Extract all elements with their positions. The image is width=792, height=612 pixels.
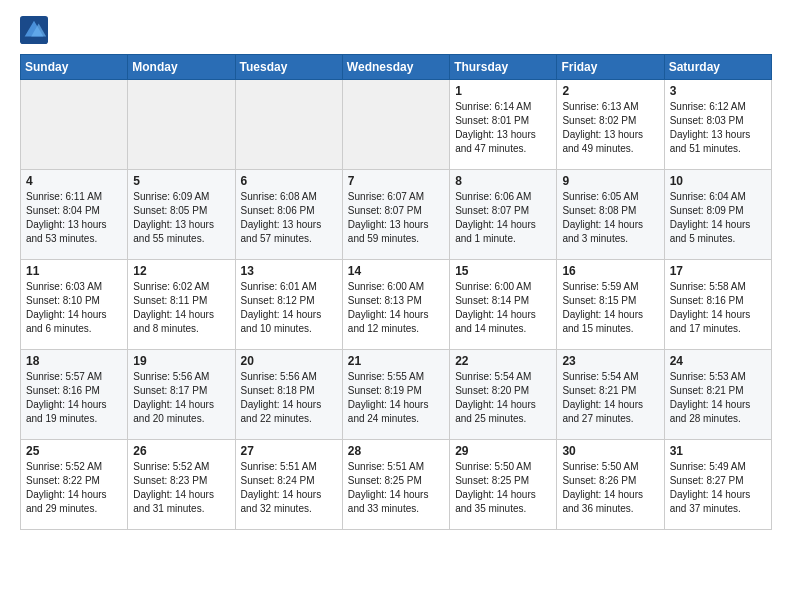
day-number: 25 [26,444,122,458]
calendar-cell: 17Sunrise: 5:58 AM Sunset: 8:16 PM Dayli… [664,260,771,350]
day-number: 16 [562,264,658,278]
day-info: Sunrise: 6:13 AM Sunset: 8:02 PM Dayligh… [562,100,658,156]
calendar-cell [342,80,449,170]
day-info: Sunrise: 6:03 AM Sunset: 8:10 PM Dayligh… [26,280,122,336]
calendar-cell: 21Sunrise: 5:55 AM Sunset: 8:19 PM Dayli… [342,350,449,440]
day-number: 11 [26,264,122,278]
calendar-cell: 9Sunrise: 6:05 AM Sunset: 8:08 PM Daylig… [557,170,664,260]
calendar-cell: 23Sunrise: 5:54 AM Sunset: 8:21 PM Dayli… [557,350,664,440]
day-number: 28 [348,444,444,458]
calendar-cell: 20Sunrise: 5:56 AM Sunset: 8:18 PM Dayli… [235,350,342,440]
calendar-cell: 13Sunrise: 6:01 AM Sunset: 8:12 PM Dayli… [235,260,342,350]
weekday-header-saturday: Saturday [664,55,771,80]
weekday-header-sunday: Sunday [21,55,128,80]
day-info: Sunrise: 5:56 AM Sunset: 8:18 PM Dayligh… [241,370,337,426]
calendar-cell: 5Sunrise: 6:09 AM Sunset: 8:05 PM Daylig… [128,170,235,260]
day-info: Sunrise: 5:50 AM Sunset: 8:25 PM Dayligh… [455,460,551,516]
day-info: Sunrise: 5:55 AM Sunset: 8:19 PM Dayligh… [348,370,444,426]
day-info: Sunrise: 6:01 AM Sunset: 8:12 PM Dayligh… [241,280,337,336]
day-number: 18 [26,354,122,368]
day-number: 19 [133,354,229,368]
logo-icon [20,16,48,44]
weekday-header-row: SundayMondayTuesdayWednesdayThursdayFrid… [21,55,772,80]
day-number: 29 [455,444,551,458]
day-info: Sunrise: 5:56 AM Sunset: 8:17 PM Dayligh… [133,370,229,426]
calendar-week-row: 25Sunrise: 5:52 AM Sunset: 8:22 PM Dayli… [21,440,772,530]
calendar-week-row: 4Sunrise: 6:11 AM Sunset: 8:04 PM Daylig… [21,170,772,260]
calendar-cell [21,80,128,170]
calendar-cell: 15Sunrise: 6:00 AM Sunset: 8:14 PM Dayli… [450,260,557,350]
calendar-cell: 12Sunrise: 6:02 AM Sunset: 8:11 PM Dayli… [128,260,235,350]
day-number: 2 [562,84,658,98]
day-info: Sunrise: 5:52 AM Sunset: 8:22 PM Dayligh… [26,460,122,516]
calendar-cell: 10Sunrise: 6:04 AM Sunset: 8:09 PM Dayli… [664,170,771,260]
calendar-week-row: 18Sunrise: 5:57 AM Sunset: 8:16 PM Dayli… [21,350,772,440]
day-info: Sunrise: 5:58 AM Sunset: 8:16 PM Dayligh… [670,280,766,336]
weekday-header-wednesday: Wednesday [342,55,449,80]
day-number: 13 [241,264,337,278]
day-number: 9 [562,174,658,188]
day-info: Sunrise: 5:53 AM Sunset: 8:21 PM Dayligh… [670,370,766,426]
day-info: Sunrise: 6:07 AM Sunset: 8:07 PM Dayligh… [348,190,444,246]
day-number: 3 [670,84,766,98]
weekday-header-thursday: Thursday [450,55,557,80]
day-number: 8 [455,174,551,188]
day-info: Sunrise: 6:00 AM Sunset: 8:14 PM Dayligh… [455,280,551,336]
day-number: 26 [133,444,229,458]
calendar-cell [235,80,342,170]
logo [20,16,52,44]
day-number: 23 [562,354,658,368]
day-info: Sunrise: 5:51 AM Sunset: 8:25 PM Dayligh… [348,460,444,516]
day-info: Sunrise: 6:06 AM Sunset: 8:07 PM Dayligh… [455,190,551,246]
day-number: 15 [455,264,551,278]
calendar-cell: 31Sunrise: 5:49 AM Sunset: 8:27 PM Dayli… [664,440,771,530]
day-info: Sunrise: 6:11 AM Sunset: 8:04 PM Dayligh… [26,190,122,246]
calendar-cell: 8Sunrise: 6:06 AM Sunset: 8:07 PM Daylig… [450,170,557,260]
calendar-cell: 28Sunrise: 5:51 AM Sunset: 8:25 PM Dayli… [342,440,449,530]
calendar-cell: 25Sunrise: 5:52 AM Sunset: 8:22 PM Dayli… [21,440,128,530]
calendar-cell: 4Sunrise: 6:11 AM Sunset: 8:04 PM Daylig… [21,170,128,260]
day-number: 4 [26,174,122,188]
calendar-cell: 16Sunrise: 5:59 AM Sunset: 8:15 PM Dayli… [557,260,664,350]
day-info: Sunrise: 5:49 AM Sunset: 8:27 PM Dayligh… [670,460,766,516]
day-info: Sunrise: 6:05 AM Sunset: 8:08 PM Dayligh… [562,190,658,246]
calendar-table: SundayMondayTuesdayWednesdayThursdayFrid… [20,54,772,530]
calendar-cell: 27Sunrise: 5:51 AM Sunset: 8:24 PM Dayli… [235,440,342,530]
calendar-cell: 3Sunrise: 6:12 AM Sunset: 8:03 PM Daylig… [664,80,771,170]
day-info: Sunrise: 5:54 AM Sunset: 8:21 PM Dayligh… [562,370,658,426]
day-info: Sunrise: 6:04 AM Sunset: 8:09 PM Dayligh… [670,190,766,246]
calendar-cell: 14Sunrise: 6:00 AM Sunset: 8:13 PM Dayli… [342,260,449,350]
calendar-cell: 19Sunrise: 5:56 AM Sunset: 8:17 PM Dayli… [128,350,235,440]
day-number: 24 [670,354,766,368]
calendar-week-row: 11Sunrise: 6:03 AM Sunset: 8:10 PM Dayli… [21,260,772,350]
day-info: Sunrise: 6:12 AM Sunset: 8:03 PM Dayligh… [670,100,766,156]
calendar-cell: 2Sunrise: 6:13 AM Sunset: 8:02 PM Daylig… [557,80,664,170]
day-number: 1 [455,84,551,98]
day-number: 21 [348,354,444,368]
weekday-header-friday: Friday [557,55,664,80]
day-number: 10 [670,174,766,188]
calendar-cell: 7Sunrise: 6:07 AM Sunset: 8:07 PM Daylig… [342,170,449,260]
page-header [20,16,772,44]
day-info: Sunrise: 5:50 AM Sunset: 8:26 PM Dayligh… [562,460,658,516]
calendar-cell: 1Sunrise: 6:14 AM Sunset: 8:01 PM Daylig… [450,80,557,170]
day-info: Sunrise: 5:57 AM Sunset: 8:16 PM Dayligh… [26,370,122,426]
calendar-cell: 29Sunrise: 5:50 AM Sunset: 8:25 PM Dayli… [450,440,557,530]
day-info: Sunrise: 6:02 AM Sunset: 8:11 PM Dayligh… [133,280,229,336]
day-info: Sunrise: 6:00 AM Sunset: 8:13 PM Dayligh… [348,280,444,336]
calendar-cell [128,80,235,170]
calendar-cell: 30Sunrise: 5:50 AM Sunset: 8:26 PM Dayli… [557,440,664,530]
day-number: 17 [670,264,766,278]
day-number: 6 [241,174,337,188]
weekday-header-tuesday: Tuesday [235,55,342,80]
day-number: 22 [455,354,551,368]
calendar-cell: 11Sunrise: 6:03 AM Sunset: 8:10 PM Dayli… [21,260,128,350]
calendar-cell: 18Sunrise: 5:57 AM Sunset: 8:16 PM Dayli… [21,350,128,440]
day-info: Sunrise: 5:59 AM Sunset: 8:15 PM Dayligh… [562,280,658,336]
day-info: Sunrise: 6:09 AM Sunset: 8:05 PM Dayligh… [133,190,229,246]
day-info: Sunrise: 6:14 AM Sunset: 8:01 PM Dayligh… [455,100,551,156]
day-number: 31 [670,444,766,458]
day-number: 30 [562,444,658,458]
day-info: Sunrise: 5:51 AM Sunset: 8:24 PM Dayligh… [241,460,337,516]
day-number: 5 [133,174,229,188]
